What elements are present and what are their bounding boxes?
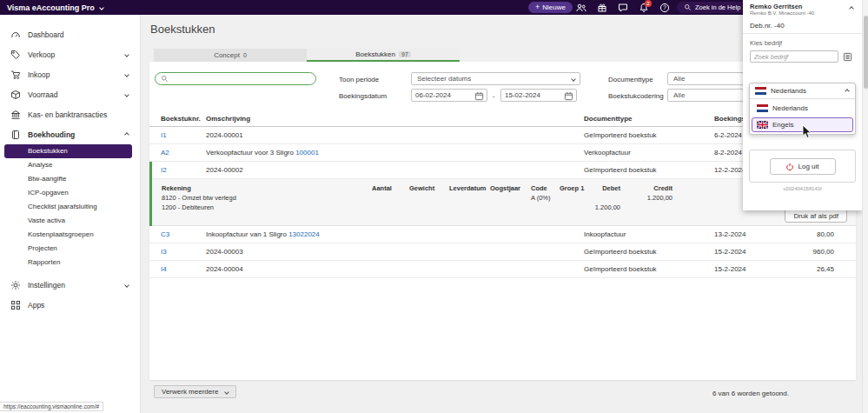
company-search: [750, 50, 855, 63]
tab-count-badge: 97: [399, 51, 411, 57]
sidebar-item-checklist-jaarafsluiting[interactable]: Checklist jaarafsluiting: [0, 200, 140, 214]
boekhouding-submenu: Boekstukken Analyse Btw-aangifte ICP-opg…: [0, 144, 140, 270]
boekstuknr-link[interactable]: I3: [161, 248, 206, 256]
language-dropdown: Nederlands Nederlands Engels: [749, 83, 856, 135]
brand-label: Visma eAccounting Pro: [7, 3, 95, 12]
page-title: Boekstukken: [150, 23, 215, 36]
col-header-boekstuknr[interactable]: Boekstuknr.: [161, 115, 206, 123]
documenttype-cell: Geïmporteerd boekstuk: [584, 166, 714, 174]
tab-boekstukken[interactable]: Boekstukken 97: [307, 49, 460, 62]
sidebar: Dashboard Verkoop Inkoop Voorraad Kas- e…: [0, 15, 141, 413]
col-header-omschrijving[interactable]: Omschrijving: [206, 115, 584, 123]
sidebar-item-boekstukken[interactable]: Boekstukken: [4, 144, 132, 158]
tab-concept[interactable]: Concept 0: [154, 49, 307, 62]
search-icon: [684, 3, 692, 11]
gear-icon: [10, 280, 21, 290]
boekstuknr-link[interactable]: I2: [161, 166, 206, 174]
bulk-process-button[interactable]: Verwerk meerdere: [154, 385, 236, 398]
bedrag-cell: 26,45: [791, 265, 834, 273]
sidebar-item-boekhouding[interactable]: Boekhouding: [0, 124, 140, 144]
date-from-input[interactable]: 06-02-2024: [411, 89, 487, 102]
detail-col-aantal: Aantal: [372, 184, 409, 192]
chevron-down-icon: [124, 92, 129, 97]
user-menu-header[interactable]: Remko Gerritsen Remko B.V. Minaccount -4…: [743, 0, 862, 17]
logout-section: Log uit: [749, 150, 856, 183]
boekstuknr-link[interactable]: A2: [161, 149, 206, 157]
language-option-engels[interactable]: Engels: [752, 117, 853, 132]
tab-label: Boekstukken: [355, 50, 395, 58]
result-count-text: 6 van 6 worden getoond.: [712, 390, 789, 397]
tabbar: Concept 0 Boekstukken 97: [154, 49, 460, 62]
sidebar-item-analyse[interactable]: Analyse: [0, 158, 140, 172]
logout-button[interactable]: Log uit: [770, 158, 836, 175]
documenttype-cell: Geïmporteerd boekstuk: [584, 248, 714, 256]
tag-icon: [10, 50, 21, 60]
boekstuknr-link[interactable]: I1: [161, 131, 206, 139]
detail-col-debet: Debet: [586, 184, 620, 192]
sidebar-item-label: Instellingen: [28, 281, 65, 290]
gift-icon[interactable]: [596, 2, 608, 13]
table-row[interactable]: I4 2024-00004 Geïmporteerd boekstuk 15-2…: [149, 261, 856, 278]
svg-text:?: ?: [663, 4, 666, 10]
print-pdf-button[interactable]: Druk af als pdf: [785, 209, 847, 223]
sidebar-item-vaste-activa[interactable]: Vaste activa: [0, 214, 140, 228]
language-option-nederlands[interactable]: Nederlands: [752, 101, 853, 116]
new-button-label: Nieuwe: [542, 3, 566, 11]
table-row[interactable]: I3 2024-00003 Geïmporteerd boekstuk 15-2…: [149, 243, 856, 261]
detail-col-credit: Credit: [620, 184, 673, 192]
logout-label: Log uit: [798, 163, 818, 170]
document-link[interactable]: 100001: [295, 149, 319, 157]
col-header-documenttype[interactable]: Documenttype: [584, 115, 714, 123]
calendar-icon[interactable]: [474, 91, 484, 103]
help-search-button[interactable]: Zoek in de Help: [677, 2, 748, 13]
sidebar-item-voorraad[interactable]: Voorraad: [0, 84, 140, 104]
credit-cell: 1.200,00: [620, 194, 673, 202]
detail-col-code: Code: [531, 184, 560, 192]
sidebar-item-btw-aangifte[interactable]: Btw-aangifte: [0, 172, 140, 186]
scrollbar-thumb[interactable]: [864, 16, 868, 89]
help-icon[interactable]: ?: [659, 2, 671, 13]
omschrijving-cell: 2024-00001: [206, 131, 584, 139]
sidebar-item-instellingen[interactable]: Instellingen: [0, 275, 140, 295]
sidebar-item-kostenplaatsgroepen[interactable]: Kostenplaatsgroepen: [0, 228, 140, 242]
sidebar-item-icp-opgaven[interactable]: ICP-opgaven: [0, 186, 140, 200]
choose-company-label: Kies bedrijf: [743, 34, 862, 49]
boekstuknr-link[interactable]: C3: [161, 230, 206, 238]
topbar: Visma eAccounting Pro + Nieuwe 2 ? Zoek …: [0, 0, 868, 15]
users-icon[interactable]: [575, 2, 587, 13]
chevron-down-icon: [225, 390, 230, 395]
periode-select[interactable]: Selecteer datums: [411, 72, 580, 85]
user-company: Remko B.V. Minaccount -40: [750, 10, 855, 16]
table-search-input[interactable]: [155, 72, 316, 85]
chat-icon[interactable]: [617, 2, 629, 13]
chevron-down-icon: [124, 52, 129, 57]
sidebar-item-label: Inkoop: [28, 70, 50, 79]
company-search-input[interactable]: [750, 50, 838, 63]
new-button[interactable]: + Nieuwe: [528, 2, 573, 13]
help-search-label: Zoek in de Help: [695, 3, 741, 11]
date-range-separator: -: [493, 92, 495, 100]
sidebar-item-dashboard[interactable]: Dashboard: [0, 24, 140, 44]
selected-language: Nederlands: [771, 87, 806, 95]
document-link[interactable]: 13022024: [288, 230, 320, 238]
detail-col-leverdatum: Leverdatum: [449, 184, 490, 192]
tab-count-badge: 0: [243, 52, 247, 58]
apps-grid-icon: [10, 300, 21, 310]
search-icon: [161, 75, 169, 83]
bedrag-cell: 960,00: [791, 248, 834, 256]
page-scrollbar[interactable]: [862, 0, 868, 413]
sidebar-item-kas-en-banktransacties[interactable]: Kas- en banktransacties: [0, 104, 140, 124]
calendar-icon[interactable]: [564, 91, 573, 103]
boekstuknr-link[interactable]: I4: [161, 265, 206, 273]
sidebar-item-inkoop[interactable]: Inkoop: [0, 64, 140, 84]
sidebar-item-label: Boekhouding: [28, 130, 75, 139]
sidebar-item-rapporten[interactable]: Rapporten: [0, 256, 140, 270]
company-lookup-icon[interactable]: [841, 50, 854, 63]
app-logo[interactable]: Visma eAccounting Pro: [7, 0, 103, 15]
table-row[interactable]: C3 Inkoopfactuur van 1 Sligro 13022024 I…: [149, 226, 856, 243]
sidebar-item-apps[interactable]: Apps: [0, 295, 140, 315]
language-select[interactable]: Nederlands: [750, 83, 855, 99]
sidebar-item-verkoop[interactable]: Verkoop: [0, 44, 140, 64]
date-to-input[interactable]: 15-02-2024: [500, 89, 577, 102]
sidebar-item-projecten[interactable]: Projecten: [0, 242, 140, 256]
